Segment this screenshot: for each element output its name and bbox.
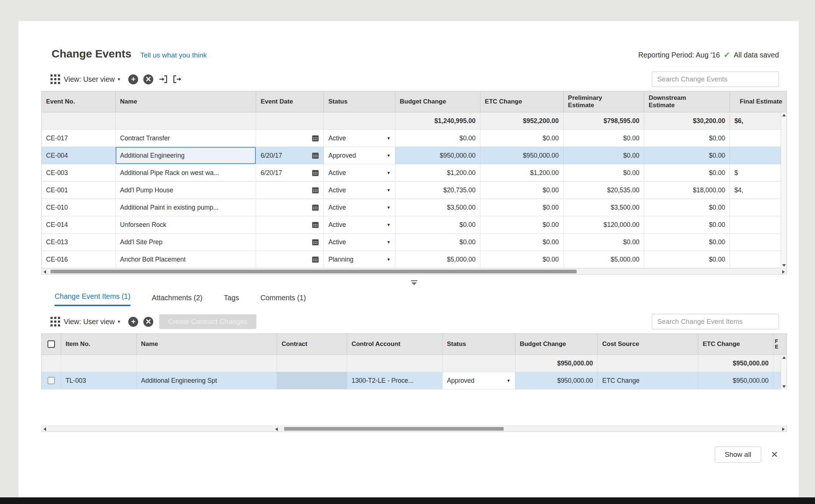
table-row[interactable]: CE-001 Add'l Pump House Active▼ $20,735.… — [42, 182, 787, 199]
scroll-left-arrow[interactable] — [43, 427, 46, 431]
scroll-down-arrow[interactable] — [782, 264, 786, 267]
caret-down-icon[interactable]: ▼ — [117, 319, 121, 324]
view-selector[interactable]: View: User view — [64, 318, 115, 326]
table-row-selected[interactable]: CE-004 Additional Engineering 6/20/17 Ap… — [42, 147, 787, 164]
tab-tags[interactable]: Tags — [224, 294, 239, 306]
item-row-selected[interactable]: TL-003 Additional Engineering Spt 1300-T… — [42, 372, 787, 389]
calendar-icon[interactable] — [312, 221, 319, 228]
horizontal-scrollbar[interactable] — [41, 426, 787, 432]
scroll-down-arrow[interactable] — [782, 385, 786, 388]
calendar-icon[interactable] — [312, 169, 319, 176]
view-selector[interactable]: View: User view — [64, 75, 115, 84]
table-row[interactable]: CE-016 Anchor Bolt Placement Planning▼ $… — [42, 251, 787, 268]
search-change-events-input[interactable] — [652, 71, 779, 87]
status-dropdown[interactable]: Active▼ — [324, 130, 395, 147]
reporting-period-label: Reporting Period: Aug '16 — [638, 51, 720, 59]
status-dropdown[interactable]: Active▼ — [324, 182, 395, 199]
col-header-final-estimate[interactable]: Final Estimate — [730, 91, 787, 112]
calendar-icon[interactable] — [312, 238, 319, 246]
search-change-event-items-input[interactable] — [652, 314, 779, 329]
table-row[interactable]: CE-013 Add'l Site Prep Active▼ $0.00 $0.… — [42, 234, 787, 251]
caret-down-icon[interactable]: ▼ — [117, 77, 121, 81]
vertical-scrollbar[interactable] — [781, 112, 787, 268]
scroll-up-arrow[interactable] — [782, 114, 786, 116]
table-row[interactable]: CE-003 Additional Pipe Rack on west wa..… — [42, 164, 787, 182]
scroll-up-arrow[interactable] — [782, 356, 786, 359]
table-row[interactable]: CE-014 Unforseen Rock Active▼ $0.00 $0.0… — [42, 216, 787, 234]
col-header-event-date[interactable]: Event Date — [256, 91, 324, 112]
col-header-preliminary-estimate[interactable]: Preliminary Estimate — [564, 91, 644, 112]
vertical-scrollbar[interactable] — [781, 355, 787, 389]
calendar-icon[interactable] — [312, 186, 319, 194]
import-icon[interactable] — [158, 74, 168, 84]
col-header-status[interactable]: Status — [443, 334, 515, 354]
show-all-button[interactable]: Show all — [715, 447, 761, 463]
col-header-control-account[interactable]: Control Account — [347, 334, 443, 354]
caret-down-icon: ▼ — [386, 153, 391, 158]
col-header-event-no[interactable]: Event No. — [42, 91, 116, 112]
col-header-contract[interactable]: Contract — [277, 334, 347, 354]
window-bottom-bar — [0, 497, 815, 504]
add-row-button[interactable]: + — [128, 317, 138, 327]
row-checkbox[interactable] — [48, 377, 55, 384]
pane-scroll-left-arrow[interactable] — [275, 427, 278, 431]
detail-tabs: Change Event Items (1) Attachments (2) T… — [41, 292, 787, 306]
col-header-downstream-estimate[interactable]: Downstream Estimate — [644, 91, 730, 112]
caret-down-icon: ▼ — [386, 136, 391, 140]
caret-down-icon: ▼ — [386, 188, 391, 192]
events-table-header: Event No. Name Event Date Status Budget … — [42, 91, 787, 112]
grid-view-icon[interactable] — [50, 74, 60, 84]
panel-collapse-handle[interactable] — [41, 280, 787, 287]
table-row[interactable]: CE-017 Contract Transfer Active▼ $0.00 $… — [42, 130, 787, 147]
check-icon: ✓ — [724, 50, 730, 59]
status-dropdown[interactable]: Approved▼ — [443, 372, 515, 389]
calendar-icon[interactable] — [312, 152, 319, 159]
col-header-name[interactable]: Name — [116, 91, 256, 112]
col-header-cost-source[interactable]: Cost Source — [598, 334, 698, 354]
col-header-budget-change[interactable]: Budget Change — [395, 91, 480, 112]
tab-attachments[interactable]: Attachments (2) — [152, 294, 203, 306]
status-dropdown[interactable]: Active▼ — [324, 216, 395, 233]
col-header-etc-change[interactable]: ETC Change — [480, 91, 564, 112]
change-event-items-table: Item No. Name Contract Control Account S… — [41, 333, 787, 389]
col-header-item-no[interactable]: Item No. — [61, 334, 137, 354]
horizontal-scrollbar[interactable] — [41, 268, 787, 274]
items-total-budget-change: $950,000.00 — [515, 355, 598, 372]
tab-change-event-items[interactable]: Change Event Items (1) — [55, 292, 130, 306]
col-header-name[interactable]: Name — [137, 334, 277, 354]
status-dropdown[interactable]: Active▼ — [324, 234, 395, 251]
items-totals-row: $950,000.00 $950,000.00 — [42, 355, 787, 372]
status-dropdown[interactable]: Active▼ — [324, 199, 395, 216]
events-toolbar: View: User view ▼ + ✕ — [41, 67, 787, 91]
close-icon[interactable]: ✕ — [771, 449, 778, 460]
status-dropdown[interactable]: Active▼ — [324, 164, 395, 181]
status-dropdown[interactable]: Approved▼ — [324, 147, 395, 164]
tab-comments[interactable]: Comments (1) — [260, 294, 306, 306]
create-contract-changes-button[interactable]: Create Contract Changes — [159, 314, 256, 329]
table-row[interactable]: CE-010 Additional Paint in existing pump… — [42, 199, 787, 216]
calendar-icon[interactable] — [312, 134, 319, 142]
feedback-link[interactable]: Tell us what you think — [140, 51, 207, 59]
calendar-icon[interactable] — [312, 256, 319, 263]
contract-cell — [277, 372, 347, 389]
scroll-left-arrow[interactable] — [43, 270, 46, 274]
col-header-status[interactable]: Status — [324, 91, 395, 112]
select-all-checkbox[interactable] — [48, 340, 55, 348]
scroll-right-arrow[interactable] — [782, 270, 785, 274]
delete-row-button[interactable]: ✕ — [143, 74, 153, 84]
scroll-right-arrow[interactable] — [782, 427, 785, 431]
status-dropdown[interactable]: Planning▼ — [324, 251, 395, 268]
name-cell-focused[interactable]: Additional Engineering — [116, 147, 256, 164]
add-row-button[interactable]: + — [128, 74, 138, 84]
scrollbar-thumb[interactable] — [50, 270, 577, 273]
col-header-budget-change[interactable]: Budget Change — [515, 334, 598, 354]
save-status-area: Reporting Period: Aug '16 ✓ All data sav… — [638, 50, 779, 59]
caret-down-icon: ▼ — [386, 171, 391, 175]
export-icon[interactable] — [172, 74, 182, 84]
calendar-icon[interactable] — [312, 204, 319, 211]
grid-view-icon[interactable] — [50, 317, 60, 326]
scrollbar-thumb[interactable] — [284, 427, 504, 431]
delete-row-button[interactable]: ✕ — [143, 317, 153, 327]
col-header-etc-change[interactable]: ETC Change — [698, 334, 773, 354]
caret-down-icon: ▼ — [386, 223, 391, 227]
